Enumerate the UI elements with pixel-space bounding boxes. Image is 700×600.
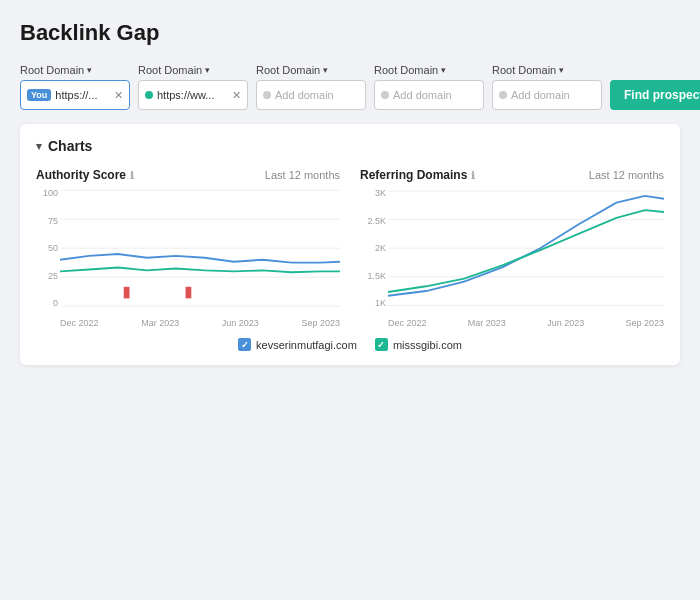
domain-label-5[interactable]: Root Domain ▾ (492, 64, 602, 76)
page-title: Backlink Gap (20, 20, 680, 46)
referring-chart-title-row: Referring Domains ℹ Last 12 months (360, 168, 664, 182)
legend-check-green: ✓ (375, 338, 388, 351)
domain-label-1[interactable]: Root Domain ▾ (20, 64, 130, 76)
domain-col-5: Root Domain ▾ Add domain (492, 64, 602, 110)
domain-col-2: Root Domain ▾ https://ww... ✕ (138, 64, 248, 110)
domain-inputs-row: Root Domain ▾ You https://... ✕ Root Dom… (20, 64, 680, 110)
domain-input-1[interactable]: You https://... ✕ (20, 80, 130, 110)
referring-chart-title: Referring Domains ℹ (360, 168, 475, 182)
domain-label-2[interactable]: Root Domain ▾ (138, 64, 248, 76)
svg-rect-5 (124, 287, 130, 299)
authority-chart-title-row: Authority Score ℹ Last 12 months (36, 168, 340, 182)
referring-chart-period: Last 12 months (589, 169, 664, 181)
chevron-icon-1: ▾ (87, 65, 92, 75)
referring-x-labels: Dec 2022 Mar 2023 Jun 2023 Sep 2023 (388, 318, 664, 328)
you-badge: You (27, 89, 51, 101)
add-domain-placeholder-5: Add domain (511, 89, 570, 101)
dot-icon-3 (263, 91, 271, 99)
referring-info-icon: ℹ (471, 170, 475, 181)
domain-label-text-5: Root Domain (492, 64, 556, 76)
authority-chart-wrap: 100 75 50 25 0 (36, 188, 340, 328)
legend-label-1: kevserinmutfagi.com (256, 339, 357, 351)
close-icon-1[interactable]: ✕ (114, 90, 123, 101)
legend-label-2: misssgibi.com (393, 339, 462, 351)
chevron-icon-5: ▾ (559, 65, 564, 75)
domain-input-3[interactable]: Add domain (256, 80, 366, 110)
charts-toggle-icon[interactable]: ▾ (36, 140, 42, 153)
domain-input-5[interactable]: Add domain (492, 80, 602, 110)
authority-chart-period: Last 12 months (265, 169, 340, 181)
charts-section: ▾ Charts Authority Score ℹ Last 12 month… (20, 124, 680, 365)
domain-col-1: Root Domain ▾ You https://... ✕ (20, 64, 130, 110)
charts-header: ▾ Charts (36, 138, 664, 154)
domain-input-4[interactable]: Add domain (374, 80, 484, 110)
chevron-icon-2: ▾ (205, 65, 210, 75)
referring-domains-chart: Referring Domains ℹ Last 12 months 3K 2.… (360, 168, 664, 328)
domain-label-text-3: Root Domain (256, 64, 320, 76)
charts-grid: Authority Score ℹ Last 12 months 100 75 … (36, 168, 664, 328)
chevron-icon-3: ▾ (323, 65, 328, 75)
authority-chart-title: Authority Score ℹ (36, 168, 134, 182)
svg-rect-6 (186, 287, 192, 299)
add-domain-placeholder-3: Add domain (275, 89, 334, 101)
referring-chart-svg (388, 188, 664, 318)
domain-input-2[interactable]: https://ww... ✕ (138, 80, 248, 110)
authority-info-icon: ℹ (130, 170, 134, 181)
domain-label-text-2: Root Domain (138, 64, 202, 76)
domain-label-4[interactable]: Root Domain ▾ (374, 64, 484, 76)
dot-icon-2 (145, 91, 153, 99)
authority-chart-svg (60, 188, 340, 318)
chevron-icon-4: ▾ (441, 65, 446, 75)
legend-item-1: ✓ kevserinmutfagi.com (238, 338, 357, 351)
charts-label: Charts (48, 138, 92, 154)
legend-check-blue: ✓ (238, 338, 251, 351)
domain-label-text-4: Root Domain (374, 64, 438, 76)
dot-icon-4 (381, 91, 389, 99)
domain-label-text-1: Root Domain (20, 64, 84, 76)
authority-y-labels: 100 75 50 25 0 (36, 188, 58, 308)
dot-icon-5 (499, 91, 507, 99)
referring-y-labels: 3K 2.5K 2K 1.5K 1K (360, 188, 386, 308)
referring-chart-wrap: 3K 2.5K 2K 1.5K 1K (360, 188, 664, 328)
domain-col-4: Root Domain ▾ Add domain (374, 64, 484, 110)
domain-text-1: https://... (55, 89, 110, 101)
close-icon-2[interactable]: ✕ (232, 90, 241, 101)
find-prospects-button[interactable]: Find prospects (610, 80, 700, 110)
domain-label-3[interactable]: Root Domain ▾ (256, 64, 366, 76)
legend-item-2: ✓ misssgibi.com (375, 338, 462, 351)
page-container: Backlink Gap Root Domain ▾ You https://.… (0, 0, 700, 600)
domain-col-3: Root Domain ▾ Add domain (256, 64, 366, 110)
authority-score-chart: Authority Score ℹ Last 12 months 100 75 … (36, 168, 340, 328)
add-domain-placeholder-4: Add domain (393, 89, 452, 101)
domain-text-2: https://ww... (157, 89, 228, 101)
authority-x-labels: Dec 2022 Mar 2023 Jun 2023 Sep 2023 (60, 318, 340, 328)
chart-legend: ✓ kevserinmutfagi.com ✓ misssgibi.com (36, 338, 664, 351)
